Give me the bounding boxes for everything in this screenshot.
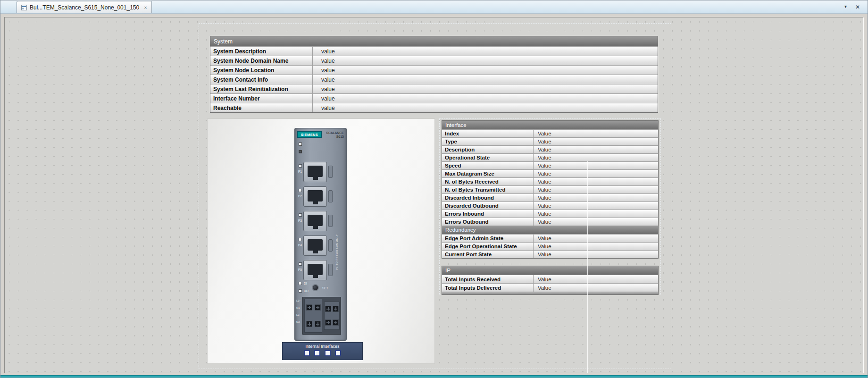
terminal-block bbox=[302, 297, 341, 335]
faceplate-icon bbox=[21, 5, 27, 10]
window-close-icon[interactable]: ✕ bbox=[855, 4, 860, 10]
port-label: P1 bbox=[298, 170, 302, 173]
row-value-field[interactable]: Value bbox=[534, 178, 658, 185]
row-value-field[interactable]: value bbox=[313, 75, 658, 84]
power-led-indicator bbox=[299, 143, 302, 146]
model-line1: SCALANCE bbox=[323, 131, 344, 135]
terminal-pin bbox=[315, 304, 321, 311]
table-row: Speed Value bbox=[442, 161, 658, 169]
row-value-field[interactable]: value bbox=[313, 84, 658, 93]
do-indicator: DO bbox=[299, 289, 309, 293]
table-row: Reachable value bbox=[210, 103, 658, 112]
teal-status-strip bbox=[0, 375, 868, 378]
row-value-field[interactable]: Value bbox=[534, 130, 658, 137]
row-value-field[interactable]: Value bbox=[534, 162, 658, 169]
tab-list-chevron-icon[interactable]: ▾ bbox=[844, 4, 847, 10]
row-label: Errors Inbound bbox=[442, 210, 534, 218]
row-value-field[interactable]: value bbox=[313, 56, 658, 65]
faceplate-editor-window: Bui...TEM_Scalance_S615_None_001_150 × ▾… bbox=[0, 0, 868, 378]
rj45-jack bbox=[303, 260, 327, 280]
ethernet-port: P2 bbox=[295, 186, 347, 207]
row-value-field[interactable]: Value bbox=[534, 202, 658, 210]
row-label: Errors Outbound bbox=[442, 218, 534, 226]
table-row: System Contact Info value bbox=[210, 75, 658, 84]
row-value-field[interactable]: value bbox=[313, 47, 658, 56]
ethernet-port: P4 bbox=[295, 235, 347, 256]
row-value-field[interactable]: Value bbox=[534, 284, 658, 292]
table-row: Max Datagram Size Value bbox=[442, 169, 658, 177]
row-value-field[interactable]: value bbox=[313, 103, 658, 112]
tab-close-icon[interactable]: × bbox=[144, 5, 147, 10]
row-label: Interface Number bbox=[210, 94, 313, 103]
terminal-label: M1 bbox=[296, 306, 300, 309]
design-canvas[interactable]: System System Description value System N… bbox=[4, 17, 864, 373]
table-row: Operational State Value bbox=[442, 153, 658, 161]
row-label: Discarded Outbound bbox=[442, 202, 534, 210]
document-tab[interactable]: Bui...TEM_Scalance_S615_None_001_150 × bbox=[17, 1, 152, 13]
table-row: System Node Domain Name value bbox=[210, 56, 658, 65]
device-image-panel[interactable]: SIEMENS SCALANCE S615 P1 bbox=[207, 118, 435, 364]
port-stack: P1 P2 bbox=[295, 161, 347, 281]
internal-interfaces-indicators bbox=[283, 350, 362, 356]
row-label: N. of Bytes Received bbox=[442, 178, 534, 185]
terminal-pin bbox=[333, 319, 339, 326]
table-row: Total Inputs Received Value bbox=[442, 275, 658, 283]
row-value-field[interactable]: Value bbox=[534, 275, 658, 283]
row-value-field[interactable]: Value bbox=[534, 210, 658, 218]
row-label: Speed bbox=[442, 162, 534, 169]
port-label: P5 bbox=[298, 268, 302, 271]
internal-interfaces-title: Internal Interfaces bbox=[283, 344, 362, 349]
interface-table[interactable]: Interface Index Value Type Value bbox=[442, 120, 659, 259]
port-latch bbox=[328, 264, 333, 276]
workspace: System System Description value System N… bbox=[0, 14, 868, 375]
table-row: Type Value bbox=[442, 137, 658, 145]
tab-title: Bui...TEM_Scalance_S615_None_001_150 bbox=[30, 4, 139, 11]
row-value-field[interactable]: Value bbox=[534, 235, 658, 242]
port-led-indicator bbox=[299, 213, 302, 217]
system-table-header: System bbox=[210, 36, 658, 46]
table-row: Description Value bbox=[442, 145, 658, 153]
ip-table-header: IP bbox=[442, 266, 658, 275]
row-value-field[interactable]: Value bbox=[534, 186, 658, 193]
port-latch bbox=[328, 190, 333, 202]
row-label: Total Inputs Delivered bbox=[442, 284, 534, 292]
row-value-field[interactable]: Value bbox=[534, 194, 658, 202]
table-row: Total Inputs Delivered Value bbox=[442, 283, 658, 292]
port-led-indicator bbox=[299, 164, 302, 168]
row-label: Current Port State bbox=[442, 251, 534, 258]
model-line2: S615 bbox=[323, 135, 344, 139]
internal-interface-indicator bbox=[304, 350, 310, 356]
row-label: Operational State bbox=[442, 154, 534, 161]
port-latch bbox=[328, 239, 333, 252]
side-note-label: P1 TO P4 FOR LAN ONLY bbox=[335, 234, 338, 270]
row-value-field[interactable]: Value bbox=[534, 154, 658, 161]
row-value-field[interactable]: Value bbox=[534, 170, 658, 177]
tabbar-controls: ▾ ✕ bbox=[844, 4, 868, 10]
table-row: Errors Outbound Value bbox=[442, 218, 658, 226]
row-value-field[interactable]: value bbox=[313, 66, 658, 75]
port-latch bbox=[328, 215, 333, 227]
row-value-field[interactable]: Value bbox=[534, 146, 658, 153]
do-label: DO bbox=[304, 289, 309, 293]
power-connector bbox=[304, 299, 322, 333]
table-row: System Description value bbox=[210, 46, 658, 56]
device-model-label: SCALANCE S615 bbox=[323, 131, 345, 139]
row-label: System Contact Info bbox=[210, 75, 313, 84]
rj45-jack bbox=[303, 211, 327, 231]
ip-table[interactable]: IP Total Inputs Received Value Total Inp… bbox=[442, 266, 659, 295]
terminal-label: L1+ bbox=[296, 299, 300, 302]
ethernet-port: P1 bbox=[295, 161, 347, 183]
terminal-pin bbox=[325, 319, 331, 326]
row-value-field[interactable]: value bbox=[313, 94, 658, 103]
internal-interface-indicator bbox=[314, 350, 320, 356]
row-value-field[interactable]: Value bbox=[534, 243, 658, 250]
row-label: Description bbox=[442, 146, 534, 153]
row-value-field[interactable]: Value bbox=[534, 218, 658, 226]
set-button bbox=[312, 284, 319, 291]
system-table[interactable]: System System Description value System N… bbox=[210, 36, 658, 113]
table-row: Index Value bbox=[442, 129, 658, 137]
terminal-pin bbox=[306, 304, 312, 311]
terminal-label: M2 bbox=[296, 320, 300, 323]
row-value-field[interactable]: Value bbox=[534, 138, 658, 145]
row-value-field[interactable]: Value bbox=[534, 251, 658, 258]
